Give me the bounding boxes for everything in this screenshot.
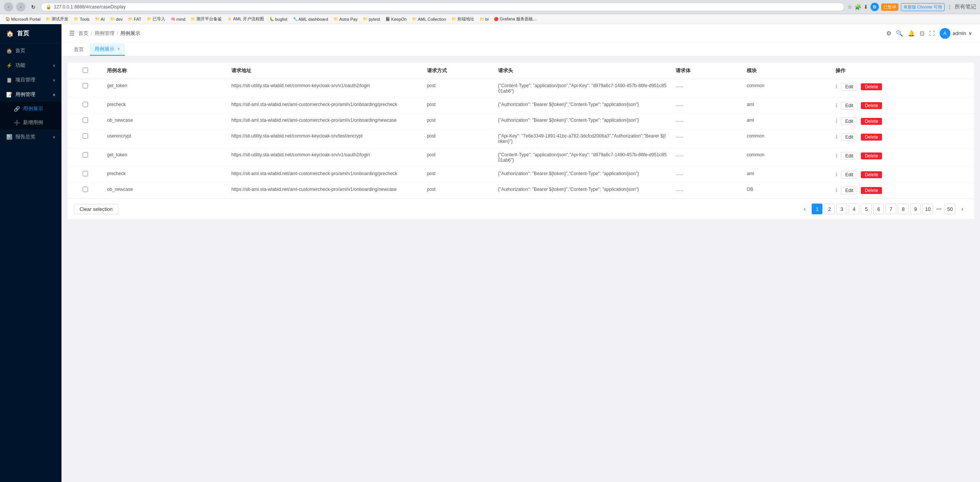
info-icon-0[interactable]: ℹ (835, 83, 837, 89)
address-bar[interactable]: 🔒 127.0.0.1:8888/#/case/caseDisplay (41, 3, 844, 11)
delete-button-0[interactable]: Delete (861, 83, 882, 90)
table-row: ob_newcase https://sit-aml.sta-wlabid.ne… (68, 183, 974, 199)
bookmark-fat[interactable]: 📁 FAT (126, 16, 143, 22)
cell-module-5: aml (743, 167, 832, 183)
bookmark-icon: 📁 (74, 17, 78, 21)
sidebar-item-add-case[interactable]: ➕ 新增用例 (0, 116, 61, 129)
info-icon-3[interactable]: ℹ (835, 134, 837, 140)
pagination-page-6[interactable]: 6 (873, 204, 884, 214)
row-checkbox-6[interactable] (83, 187, 88, 192)
search-icon[interactable]: 🔍 (896, 30, 903, 37)
delete-button-2[interactable]: Delete (861, 118, 882, 125)
row-checkbox-0[interactable] (83, 83, 88, 88)
extensions-icon[interactable]: 🧩 (855, 4, 861, 10)
bookmark-mind[interactable]: 🧠 mind (168, 16, 188, 22)
bookmark-icon: 🏠 (5, 17, 10, 21)
fullscreen-icon[interactable]: ⛶ (929, 30, 935, 36)
bookmark-keepon[interactable]: 📓 KeepOn (383, 16, 409, 22)
row-checkbox-2[interactable] (83, 118, 88, 123)
delete-button-1[interactable]: Delete (861, 102, 882, 109)
pagination-page-8[interactable]: 8 (898, 204, 909, 214)
bookmark-frontend-addr[interactable]: 📁 前端地址 (449, 15, 477, 23)
bookmark-testing-dev[interactable]: 📁 测试开发 (43, 15, 71, 23)
settings-icon[interactable]: ⚙ (886, 30, 891, 37)
sidebar-item-project[interactable]: 📋 项目管理 ∨ (0, 73, 61, 87)
pagination-page-3[interactable]: 3 (836, 204, 847, 214)
edit-button-1[interactable]: Edit (841, 102, 857, 109)
forward-button[interactable]: › (16, 2, 25, 12)
info-icon-6[interactable]: ℹ (835, 187, 837, 193)
delete-button-3[interactable]: Delete (861, 134, 882, 141)
clear-selection-button[interactable]: Clear selection (74, 204, 118, 214)
sidebar-item-report[interactable]: 📊 报告总览 ∨ (0, 129, 61, 144)
breadcrumb-home[interactable]: 首页 (78, 30, 88, 37)
select-all-checkbox[interactable] (83, 68, 88, 73)
back-button[interactable]: ‹ (4, 2, 13, 12)
bookmark-aml-dashboard[interactable]: 🔧 AML dashboard (291, 16, 331, 22)
tab-home[interactable]: 首页 (69, 44, 88, 55)
row-checkbox-3[interactable] (83, 133, 88, 139)
user-menu[interactable]: A admin ∨ (940, 28, 972, 39)
info-icon-5[interactable]: ℹ (835, 171, 837, 177)
delete-button-4[interactable]: Delete (861, 152, 882, 159)
sidebar-item-case-display[interactable]: 🔗 用例展示 (0, 102, 61, 116)
edit-button-3[interactable]: Edit (841, 133, 857, 141)
tab-close-icon[interactable]: ✕ (117, 46, 120, 51)
pagination-next[interactable]: › (957, 204, 968, 214)
bookmark-dev[interactable]: 📁 dev (108, 16, 125, 22)
bookmark-imported[interactable]: 📁 已导入 (145, 15, 168, 23)
bookmark-icon[interactable]: ⊡ (920, 30, 925, 37)
edit-button-0[interactable]: Edit (841, 83, 857, 91)
row-checkbox-1[interactable] (83, 102, 88, 107)
info-icon-1[interactable]: ℹ (835, 102, 837, 108)
bookmark-buglist[interactable]: 🐛 buglist (267, 16, 290, 22)
bookmark-ai[interactable]: 📁 AI (93, 16, 107, 22)
info-icon-2[interactable]: ℹ (835, 118, 837, 124)
menu-toggle-icon[interactable]: ☰ (69, 30, 75, 37)
bell-icon[interactable]: 🔔 (908, 30, 915, 37)
pagination-page-1[interactable]: 1 (812, 204, 822, 214)
settings-icon[interactable]: ⋮ (947, 4, 952, 10)
sidebar-item-feature[interactable]: ⚡ 功能 ∨ (0, 58, 61, 73)
tab-case-display[interactable]: 用例展示 ✕ (90, 43, 125, 56)
row-checkbox-5[interactable] (83, 171, 88, 176)
bookmark-astra-pay[interactable]: 📁 Astra Pay (331, 16, 360, 22)
bookmark-bi[interactable]: 📁 bi (477, 16, 491, 22)
sidebar-item-home[interactable]: 🏠 首页 (0, 43, 61, 58)
edit-button-5[interactable]: Edit (841, 171, 857, 179)
info-icon-4[interactable]: ℹ (835, 152, 837, 159)
edit-button-4[interactable]: Edit (841, 152, 857, 160)
pagination-page-9[interactable]: 9 (910, 204, 921, 214)
bookmark-microsoft-portal[interactable]: 🏠 Microsoft Portal (3, 16, 43, 22)
download-icon[interactable]: ⬇ (864, 4, 868, 10)
pagination-page-10[interactable]: 10 (922, 204, 933, 214)
bookmark-icon: 🧠 (171, 17, 175, 21)
all-tabs-button[interactable]: 所有笔记 (955, 3, 976, 10)
edit-button-6[interactable]: Edit (841, 187, 857, 194)
bookmark-test-platform[interactable]: 📁 测开平台备鉴 (188, 15, 224, 23)
bookmark-grafana[interactable]: 🔴 Grafana 服务面板... (492, 15, 539, 23)
pagination-prev[interactable]: ‹ (799, 204, 810, 214)
bookmark-pytest[interactable]: 📁 pytest (360, 16, 382, 22)
sidebar-item-case[interactable]: 📝 用例管理 ∧ (0, 87, 61, 102)
edit-button-2[interactable]: Edit (841, 118, 857, 125)
delete-button-6[interactable]: Delete (861, 187, 882, 194)
cell-method-6: post (423, 183, 494, 199)
pagination-page-4[interactable]: 4 (849, 204, 859, 214)
pagination-page-7[interactable]: 7 (885, 204, 896, 214)
chrome-update-badge[interactable]: 有新版 Chrome 可用 (901, 3, 945, 11)
delete-button-5[interactable]: Delete (861, 171, 882, 178)
reload-button[interactable]: ↻ (28, 2, 38, 12)
breadcrumb-case-management[interactable]: 用例管理 (95, 30, 115, 37)
bookmark-tools[interactable]: 📁 Tools (71, 16, 92, 22)
row-checkbox-4[interactable] (83, 152, 88, 157)
pagination-page-50[interactable]: 50 (945, 204, 955, 214)
pagination-page-2[interactable]: 2 (824, 204, 835, 214)
table-row: precheck https://sit-aml.sta-wlabid.net/… (68, 98, 974, 114)
cell-name-5: precheck (103, 167, 228, 183)
bookmark-aml-collection[interactable]: 📁 AML Collection (410, 16, 448, 22)
pagination-page-5[interactable]: 5 (861, 204, 872, 214)
bookmark-aml-flow[interactable]: ⚡ AML 开户流程图 (225, 15, 266, 23)
bookmark-star-icon[interactable]: ☆ (847, 4, 852, 10)
user-profile-badge[interactable]: B (870, 3, 879, 11)
